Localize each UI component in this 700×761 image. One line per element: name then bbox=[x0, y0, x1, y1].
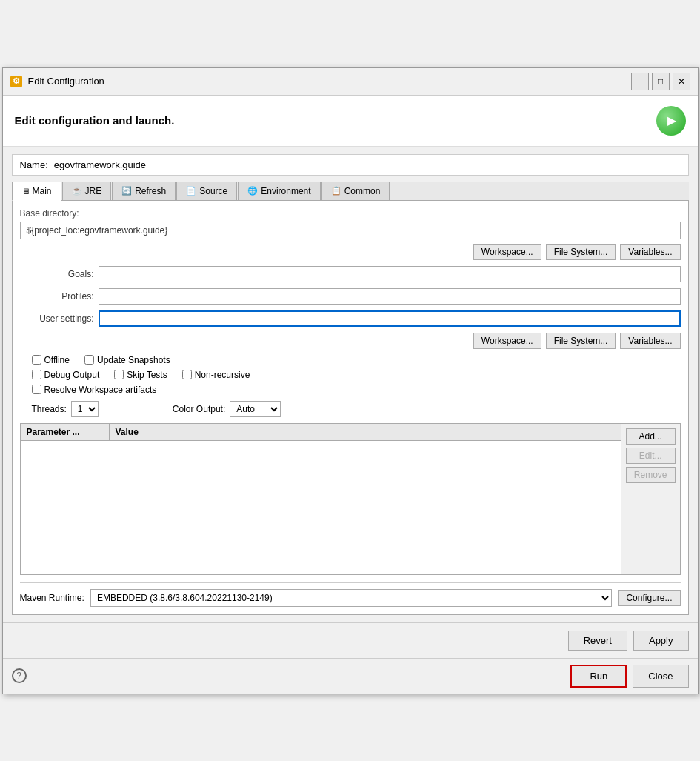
checkbox-row-3: Resolve Workspace artifacts bbox=[32, 385, 681, 395]
edit-button[interactable]: Edit... bbox=[626, 448, 676, 464]
source-tab-label: Source bbox=[199, 186, 227, 196]
workspace2-button[interactable]: Workspace... bbox=[473, 333, 541, 349]
maven-runtime-select[interactable]: EMBEDDED (3.8.6/3.8.604.20221130-2149) bbox=[90, 589, 613, 607]
run-button[interactable]: Run bbox=[570, 665, 627, 688]
update-snapshots-label: Update Snapshots bbox=[97, 355, 170, 365]
user-settings-input[interactable] bbox=[99, 310, 681, 327]
header-area: Edit configuration and launch. bbox=[3, 96, 698, 147]
configure-button[interactable]: Configure... bbox=[618, 590, 680, 606]
profiles-label: Profiles: bbox=[20, 291, 94, 302]
tab-main[interactable]: 🖥 Main bbox=[12, 182, 61, 201]
bottom-buttons: Run Close bbox=[570, 665, 688, 688]
main-panel: Base directory: ${project_loc:egovframew… bbox=[12, 201, 689, 615]
param-actions: Add... Edit... Remove bbox=[621, 424, 680, 574]
name-value: egovframework.guide bbox=[54, 159, 146, 170]
goals-input[interactable] bbox=[99, 266, 681, 282]
apply-button[interactable]: Apply bbox=[633, 631, 689, 651]
variables2-button[interactable]: Variables... bbox=[620, 333, 680, 349]
color-output-label: Color Output: bbox=[173, 404, 225, 414]
goals-label: Goals: bbox=[20, 269, 94, 279]
offline-checkbox-item[interactable]: Offline bbox=[32, 355, 70, 365]
tab-environment[interactable]: 🌐 Environment bbox=[238, 182, 320, 200]
window-controls: — □ ✕ bbox=[631, 73, 690, 90]
close-button[interactable]: Close bbox=[633, 665, 688, 688]
param-table-area: Parameter ... Value Add... Edit... Remov… bbox=[20, 423, 681, 575]
threads-label: Threads: bbox=[32, 404, 67, 414]
non-recursive-checkbox-item[interactable]: Non-recursive bbox=[182, 370, 250, 380]
refresh-tab-label: Refresh bbox=[135, 186, 166, 196]
tab-refresh[interactable]: 🔄 Refresh bbox=[112, 182, 176, 200]
maven-runtime-row: Maven Runtime: EMBEDDED (3.8.6/3.8.604.2… bbox=[20, 582, 681, 607]
edit-configuration-window: ⚙ Edit Configuration — □ ✕ Edit configur… bbox=[2, 67, 699, 694]
close-window-button[interactable]: ✕ bbox=[673, 73, 690, 90]
content-area: Name: egovframework.guide 🖥 Main ☕ JRE 🔄… bbox=[3, 147, 698, 622]
debug-output-checkbox-item[interactable]: Debug Output bbox=[32, 370, 100, 380]
tab-jre[interactable]: ☕ JRE bbox=[62, 182, 112, 200]
main-tab-label: Main bbox=[33, 186, 52, 196]
revert-button[interactable]: Revert bbox=[568, 631, 627, 651]
update-snapshots-checkbox[interactable] bbox=[84, 355, 94, 365]
common-tab-label: Common bbox=[344, 186, 381, 196]
skip-tests-checkbox[interactable] bbox=[114, 370, 124, 379]
minimize-button[interactable]: — bbox=[631, 73, 649, 90]
options-row: Threads: 1 2 4 8 Color Output: Auto Alwa… bbox=[32, 401, 681, 417]
base-dir-value: ${project_loc:egovframework.guide} bbox=[20, 222, 681, 239]
tabs-container: 🖥 Main ☕ JRE 🔄 Refresh 📄 Source 🌐 Enviro… bbox=[12, 182, 689, 201]
footer-area: Revert Apply bbox=[3, 622, 698, 658]
main-tab-icon: 🖥 bbox=[21, 187, 30, 196]
header-title: Edit configuration and launch. bbox=[15, 114, 175, 127]
remove-button[interactable]: Remove bbox=[626, 467, 676, 483]
bottom-bar: ? Run Close bbox=[3, 658, 698, 694]
checkboxes-area: Offline Update Snapshots Debug Output Sk… bbox=[20, 355, 681, 395]
common-tab-icon: 📋 bbox=[331, 186, 341, 196]
help-icon[interactable]: ? bbox=[12, 668, 27, 683]
param-table-body bbox=[21, 441, 621, 574]
jre-tab-icon: ☕ bbox=[72, 186, 82, 196]
run-icon-button[interactable] bbox=[656, 106, 686, 136]
refresh-tab-icon: 🔄 bbox=[121, 186, 132, 196]
workspace-button[interactable]: Workspace... bbox=[473, 244, 541, 260]
title-bar: ⚙ Edit Configuration — □ ✕ bbox=[3, 68, 698, 96]
dir-buttons-row: Workspace... File System... Variables... bbox=[20, 244, 681, 260]
threads-group: Threads: 1 2 4 8 bbox=[32, 401, 99, 417]
add-button[interactable]: Add... bbox=[626, 428, 676, 445]
settings-buttons-row: Workspace... File System... Variables... bbox=[20, 333, 681, 349]
tab-source[interactable]: 📄 Source bbox=[176, 182, 237, 200]
maximize-button[interactable]: □ bbox=[652, 73, 670, 90]
offline-label: Offline bbox=[44, 355, 70, 365]
environment-tab-icon: 🌐 bbox=[247, 186, 258, 196]
base-dir-label: Base directory: bbox=[20, 208, 681, 219]
profiles-input[interactable] bbox=[99, 288, 681, 305]
name-label: Name: bbox=[20, 159, 48, 170]
param-col2-header: Value bbox=[110, 424, 621, 440]
tab-common[interactable]: 📋 Common bbox=[321, 182, 390, 200]
threads-select[interactable]: 1 2 4 8 bbox=[71, 401, 99, 417]
resolve-workspace-checkbox-item[interactable]: Resolve Workspace artifacts bbox=[32, 385, 157, 395]
skip-tests-checkbox-item[interactable]: Skip Tests bbox=[114, 370, 167, 380]
update-snapshots-checkbox-item[interactable]: Update Snapshots bbox=[84, 355, 170, 365]
non-recursive-checkbox[interactable] bbox=[182, 370, 192, 379]
file-system2-button[interactable]: File System... bbox=[546, 333, 616, 349]
file-system-button[interactable]: File System... bbox=[546, 244, 616, 260]
variables-button[interactable]: Variables... bbox=[620, 244, 680, 260]
checkbox-row-1: Offline Update Snapshots bbox=[32, 355, 681, 365]
jre-tab-label: JRE bbox=[85, 186, 102, 196]
checkbox-row-2: Debug Output Skip Tests Non-recursive bbox=[32, 370, 681, 380]
environment-tab-label: Environment bbox=[261, 186, 310, 196]
source-tab-icon: 📄 bbox=[186, 186, 196, 196]
window-icon: ⚙ bbox=[10, 76, 22, 87]
color-output-group: Color Output: Auto Always Never bbox=[173, 401, 281, 417]
resolve-workspace-checkbox[interactable] bbox=[32, 385, 41, 394]
param-table-header: Parameter ... Value bbox=[21, 424, 621, 441]
debug-output-checkbox[interactable] bbox=[32, 370, 41, 379]
offline-checkbox[interactable] bbox=[32, 355, 41, 365]
user-settings-row: User settings: bbox=[20, 310, 681, 327]
goals-row: Goals: bbox=[20, 266, 681, 282]
maven-runtime-label: Maven Runtime: bbox=[20, 593, 84, 603]
resolve-workspace-label: Resolve Workspace artifacts bbox=[44, 385, 157, 395]
color-output-select[interactable]: Auto Always Never bbox=[230, 401, 281, 417]
param-col1-header: Parameter ... bbox=[21, 424, 110, 440]
profiles-row: Profiles: bbox=[20, 288, 681, 305]
window-title: Edit Configuration bbox=[28, 76, 625, 87]
name-row: Name: egovframework.guide bbox=[12, 154, 689, 176]
